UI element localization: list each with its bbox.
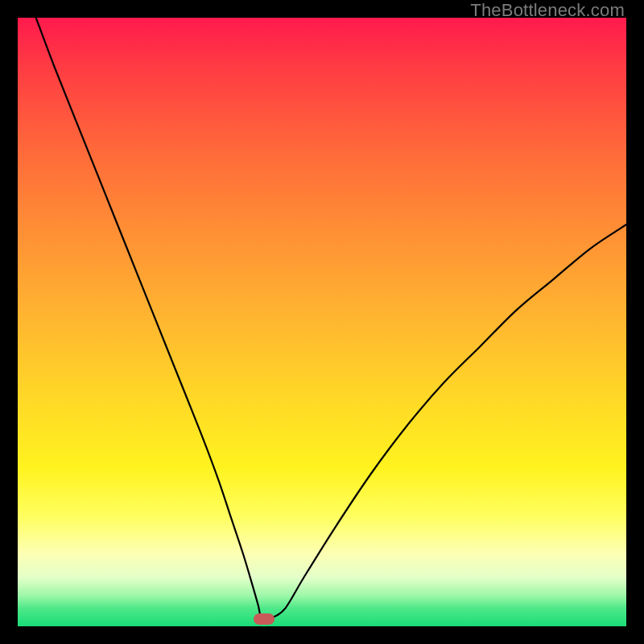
gradient-plot-area [18, 18, 626, 626]
chart-frame: TheBottleneck.com [0, 0, 644, 644]
optimal-point-marker [254, 613, 275, 625]
bottleneck-curve [18, 18, 626, 626]
